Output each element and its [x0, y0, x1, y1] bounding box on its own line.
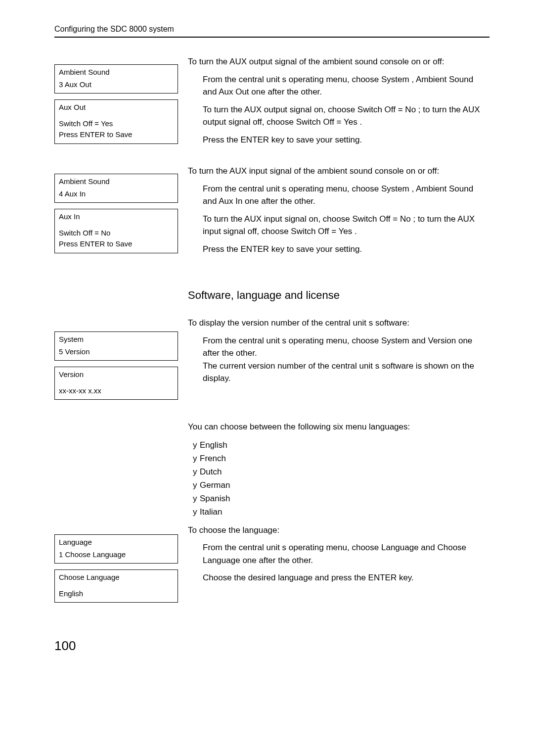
lcd-version-value: Version xx-xx-xx x.xx [54, 367, 178, 400]
aux-in-intro: To turn the AUX input signal of the ambi… [188, 165, 490, 178]
lang-step1: From the central unit s operating menu, … [188, 541, 490, 567]
t: . [359, 117, 362, 127]
lcd-language-value: Choose Language English [54, 569, 178, 603]
list-item: Spanish [193, 492, 490, 505]
list-item: Italian [193, 505, 490, 519]
list-item: German [193, 478, 490, 492]
t: one after the other. [242, 556, 313, 565]
t: To turn the AUX input signal on, choose [203, 214, 350, 224]
aux-out-step3: Press the ENTER key to save your setting… [188, 134, 490, 146]
t: and [203, 87, 219, 96]
aux-out-step1: From the central unit s operating menu, … [188, 73, 490, 98]
t: Switch Off = Yes [296, 117, 357, 127]
list-item: Dutch [193, 465, 490, 478]
t: Switch Off = No [352, 214, 410, 224]
lcd-line: English [59, 588, 174, 600]
version-intro: To display the version number of the cen… [188, 317, 490, 330]
section-title: Software, language and license [188, 289, 490, 302]
t: The current version number of the centra… [203, 361, 474, 383]
lcd-line: Aux Out [59, 102, 174, 113]
lcd-line: 5 Version [59, 346, 174, 358]
language-list: English French Dutch German Spanish Ital… [188, 438, 490, 519]
lang-step2: Choose the desired language and press th… [188, 571, 490, 584]
t: and [421, 543, 437, 552]
page-header: Configuring the SDC 8000 system [54, 25, 490, 38]
lcd-line: Aux In [59, 211, 174, 223]
t: one after the other. [245, 196, 315, 206]
t: and [203, 196, 219, 206]
lcd-line: 1 Choose Language [59, 549, 174, 561]
t: From the central unit s operating menu, … [203, 184, 379, 193]
lang-intro: You can choose between the following six… [188, 421, 490, 433]
t: one after the other. [251, 87, 322, 96]
t: and [411, 336, 428, 345]
t: . [355, 227, 357, 236]
t: To turn the AUX output signal on, choose [203, 105, 355, 114]
list-item: English [193, 438, 490, 452]
t: System [381, 336, 409, 345]
lcd-line: System [59, 334, 174, 345]
lcd-ambient-in-menu: Ambient Sound 4 Aux In [54, 174, 178, 203]
lcd-line: Language [59, 537, 174, 548]
lcd-line: Switch Off = No [59, 228, 174, 239]
page-number: 100 [54, 638, 490, 654]
lcd-line: Choose Language [59, 572, 174, 583]
t: Version [428, 336, 456, 345]
aux-in-step1: From the central unit s operating menu, … [188, 183, 490, 208]
lcd-line: 4 Aux In [59, 189, 174, 200]
t: From the central unit s operating menu, … [203, 75, 379, 84]
t: Aux Out [219, 87, 249, 96]
lcd-line: xx-xx-xx x.xx [59, 385, 174, 397]
version-step1: From the central unit s operating menu, … [188, 334, 490, 385]
t: System [381, 75, 409, 84]
list-item: French [193, 452, 490, 465]
lcd-language-menu: Language 1 Choose Language [54, 534, 178, 564]
lcd-line: Press ENTER to Save [59, 238, 174, 250]
t: Switch Off = Yes [291, 227, 352, 236]
lcd-line: 3 Aux Out [59, 79, 174, 91]
aux-out-step2: To turn the AUX output signal on, choose… [188, 103, 490, 129]
t: , Ambient Sound [411, 184, 473, 193]
lcd-ambient-out-menu: Ambient Sound 3 Aux Out [54, 64, 178, 94]
t: Aux In [219, 196, 242, 206]
t: System [381, 184, 409, 193]
t: From the central unit s operating menu, … [203, 336, 381, 345]
lcd-line: Ambient Sound [59, 176, 174, 188]
lcd-ambient-in-setting: Aux In Switch Off = No Press ENTER to Sa… [54, 209, 178, 253]
lcd-ambient-out-setting: Aux Out Switch Off = Yes Press ENTER to … [54, 99, 178, 144]
lcd-line: Switch Off = Yes [59, 118, 174, 130]
t: From the central unit s operating menu, … [203, 543, 379, 552]
lcd-line: Ambient Sound [59, 67, 174, 78]
lcd-line: Press ENTER to Save [59, 129, 174, 141]
t: Switch Off = No [357, 105, 416, 114]
aux-in-step3: Press the ENTER key to save your setting… [188, 243, 490, 256]
aux-out-intro: To turn the AUX output signal of the amb… [188, 55, 490, 68]
lang-choose-intro: To choose the language: [188, 524, 490, 537]
lcd-line: Version [59, 369, 174, 380]
t: Language [381, 543, 419, 552]
lcd-system-version-menu: System 5 Version [54, 331, 178, 361]
t: , Ambient Sound [411, 75, 473, 84]
aux-in-step2: To turn the AUX input signal on, choose … [188, 213, 490, 238]
